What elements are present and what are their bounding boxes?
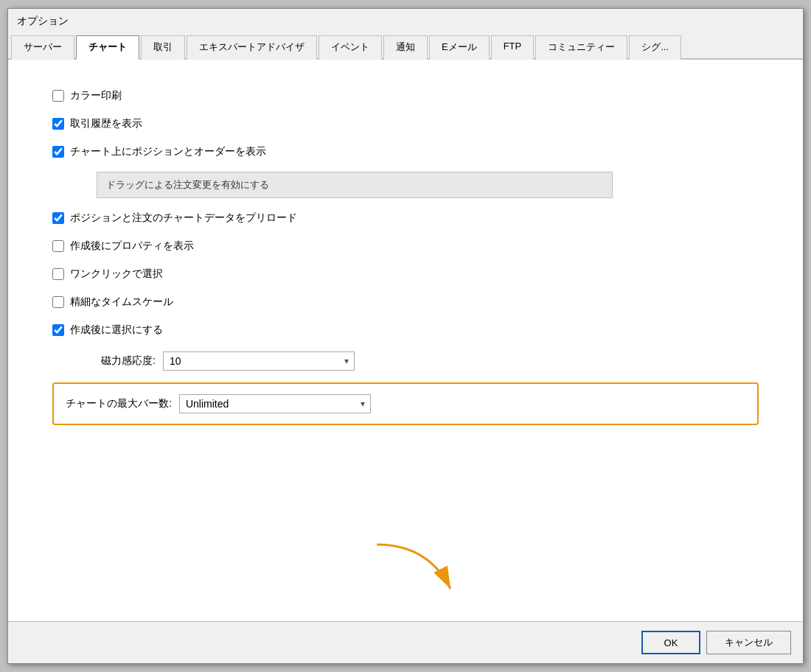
trade-history-checkbox[interactable] [52, 118, 64, 130]
tab-email[interactable]: Eメール [429, 35, 490, 60]
show-positions-label[interactable]: チャート上にポジションとオーダーを表示 [70, 145, 266, 158]
select-after-checkbox[interactable] [52, 324, 64, 336]
color-print-label[interactable]: カラー印刷 [70, 89, 122, 102]
select-after-label[interactable]: 作成後に選択にする [70, 323, 163, 337]
dialog-title: オプション [8, 9, 803, 34]
tab-server[interactable]: サーバー [11, 35, 74, 60]
drag-order-row: ドラッグによる注文変更を有効にする [97, 166, 759, 204]
checkbox-row-show-positions: チャート上にポジションとオーダーを表示 [52, 138, 759, 166]
magnetic-label: 磁力感応度: [52, 354, 156, 368]
checkbox-row-color-print: カラー印刷 [52, 82, 759, 110]
tab-chart[interactable]: チャート [76, 35, 139, 60]
trade-history-label[interactable]: 取引履歴を表示 [70, 117, 142, 130]
drag-order-label: ドラッグによる注文変更を有効にする [97, 172, 613, 198]
preload-checkbox[interactable] [52, 212, 64, 224]
checkbox-row-select-after: 作成後に選択にする [52, 316, 759, 344]
color-print-checkbox[interactable] [52, 90, 64, 102]
max-bars-select-wrapper: Unlimited 1000 2000 5000 10000 [179, 394, 371, 413]
max-bars-label: チャートの最大バー数: [66, 397, 172, 410]
content-area: カラー印刷 取引履歴を表示 チャート上にポジションとオーダーを表示 ドラッグによ… [8, 60, 803, 621]
cancel-button[interactable]: キャンセル [706, 631, 791, 654]
magnetic-select-wrapper: 1 5 10 20 50 [163, 351, 355, 371]
tab-bar: サーバー チャート 取引 エキスパートアドバイザ イベント 通知 Eメール FT… [8, 34, 803, 60]
tab-signal[interactable]: シグ... [629, 35, 681, 60]
tab-community[interactable]: コミュニティー [535, 35, 627, 60]
checkbox-row-oneclick: ワンクリックで選択 [52, 260, 759, 288]
show-properties-checkbox[interactable] [52, 240, 64, 252]
ok-button[interactable]: OK [641, 631, 700, 654]
oneclick-checkbox[interactable] [52, 268, 64, 280]
tab-events[interactable]: イベント [319, 35, 382, 60]
checkbox-row-show-properties: 作成後にプロパティを表示 [52, 232, 759, 260]
show-properties-label[interactable]: 作成後にプロパティを表示 [70, 239, 194, 253]
show-positions-checkbox[interactable] [52, 146, 64, 158]
checkbox-row-trade-history: 取引履歴を表示 [52, 110, 759, 138]
dialog-footer: OK キャンセル [8, 621, 803, 663]
max-bars-select[interactable]: Unlimited 1000 2000 5000 10000 [179, 394, 371, 413]
oneclick-label[interactable]: ワンクリックで選択 [70, 267, 163, 281]
tab-trading[interactable]: 取引 [141, 35, 185, 60]
checkbox-row-fine-timescale: 精細なタイムスケール [52, 288, 759, 316]
fine-timescale-checkbox[interactable] [52, 296, 64, 308]
max-bars-row: チャートの最大バー数: Unlimited 1000 2000 5000 100… [52, 382, 759, 425]
tab-notifications[interactable]: 通知 [383, 35, 428, 60]
preload-label[interactable]: ポジションと注文のチャートデータをプリロード [70, 211, 297, 225]
main-panel: カラー印刷 取引履歴を表示 チャート上にポジションとオーダーを表示 ドラッグによ… [8, 60, 803, 621]
magnetic-field-row: 磁力感応度: 1 5 10 20 50 [52, 344, 759, 378]
fine-timescale-label[interactable]: 精細なタイムスケール [70, 295, 173, 309]
tab-ftp[interactable]: FTP [491, 35, 535, 60]
tab-expert[interactable]: エキスパートアドバイザ [187, 35, 317, 60]
checkbox-row-preload: ポジションと注文のチャートデータをプリロード [52, 204, 759, 232]
magnetic-select[interactable]: 1 5 10 20 50 [163, 351, 355, 371]
options-dialog: オプション サーバー チャート 取引 エキスパートアドバイザ イベント 通知 E… [7, 8, 804, 664]
